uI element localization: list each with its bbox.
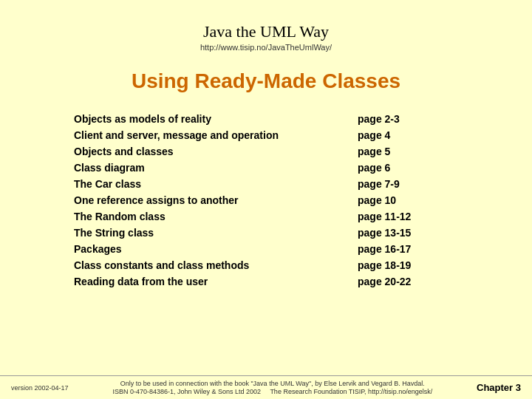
toc-row: Packagespage 16-17 bbox=[74, 241, 458, 257]
footer-line2: ISBN 0-470-84386-1, John Wiley & Sons Lt… bbox=[112, 388, 261, 395]
footer: version 2002-04-17 Only to be used in co… bbox=[0, 375, 532, 399]
toc-label: Objects and classes bbox=[74, 143, 343, 160]
toc-row: Client and server, message and operation… bbox=[74, 127, 458, 143]
toc-label: Objects as models of reality bbox=[74, 111, 343, 127]
toc-page: page 13-15 bbox=[343, 225, 458, 241]
toc-page: page 2-3 bbox=[343, 111, 458, 127]
toc-row: The String classpage 13-15 bbox=[74, 225, 458, 241]
toc-page: page 11-12 bbox=[343, 208, 458, 225]
toc-label: Class diagram bbox=[74, 160, 343, 176]
toc-page: page 20-22 bbox=[343, 273, 458, 290]
toc-label: Client and server, message and operation bbox=[74, 127, 343, 143]
toc-label: Reading data from the user bbox=[74, 273, 343, 290]
toc-row: The Car classpage 7-9 bbox=[74, 176, 458, 192]
toc-row: Class constants and class methodspage 18… bbox=[74, 257, 458, 273]
footer-line3: The Research Foundation TISIP, http://ti… bbox=[270, 388, 432, 395]
toc-page: page 4 bbox=[343, 127, 458, 143]
toc-label: The Random class bbox=[74, 208, 343, 225]
toc-label: Class constants and class methods bbox=[74, 257, 343, 273]
toc-page: page 5 bbox=[343, 143, 458, 160]
footer-left: version 2002-04-17 bbox=[11, 384, 69, 392]
toc-row: Reading data from the userpage 20-22 bbox=[74, 273, 458, 290]
toc-page: page 18-19 bbox=[343, 257, 458, 273]
toc-label: The String class bbox=[74, 225, 343, 241]
toc-row: One reference assigns to anotherpage 10 bbox=[74, 192, 458, 208]
slide-title: Using Ready-Made Classes bbox=[132, 69, 400, 93]
toc-row: Objects and classespage 5 bbox=[74, 143, 458, 160]
toc-label: Packages bbox=[74, 241, 343, 257]
main-content: Java the UML Way http://www.tisip.no/Jav… bbox=[0, 0, 532, 375]
toc-table: Objects as models of realitypage 2-3Clie… bbox=[74, 111, 458, 290]
footer-version: version 2002-04-17 bbox=[11, 384, 69, 392]
toc-label: One reference assigns to another bbox=[74, 192, 343, 208]
footer-center: Only to be used in connection with the b… bbox=[69, 380, 477, 395]
toc-page: page 6 bbox=[343, 160, 458, 176]
header-title: Java the UML Way bbox=[200, 22, 332, 41]
footer-line23: ISBN 0-470-84386-1, John Wiley & Sons Lt… bbox=[112, 388, 432, 395]
toc-row: The Random classpage 11-12 bbox=[74, 208, 458, 225]
footer-chapter: Chapter 3 bbox=[477, 382, 521, 393]
toc-page: page 7-9 bbox=[343, 176, 458, 192]
footer-line1: Only to be used in connection with the b… bbox=[120, 380, 425, 387]
toc-page: page 16-17 bbox=[343, 241, 458, 257]
toc-page: page 10 bbox=[343, 192, 458, 208]
toc-row: Objects as models of realitypage 2-3 bbox=[74, 111, 458, 127]
header-url: http://www.tisip.no/JavaTheUmlWay/ bbox=[200, 43, 332, 52]
header: Java the UML Way http://www.tisip.no/Jav… bbox=[200, 22, 332, 52]
toc-label: The Car class bbox=[74, 176, 343, 192]
toc-row: Class diagrampage 6 bbox=[74, 160, 458, 176]
